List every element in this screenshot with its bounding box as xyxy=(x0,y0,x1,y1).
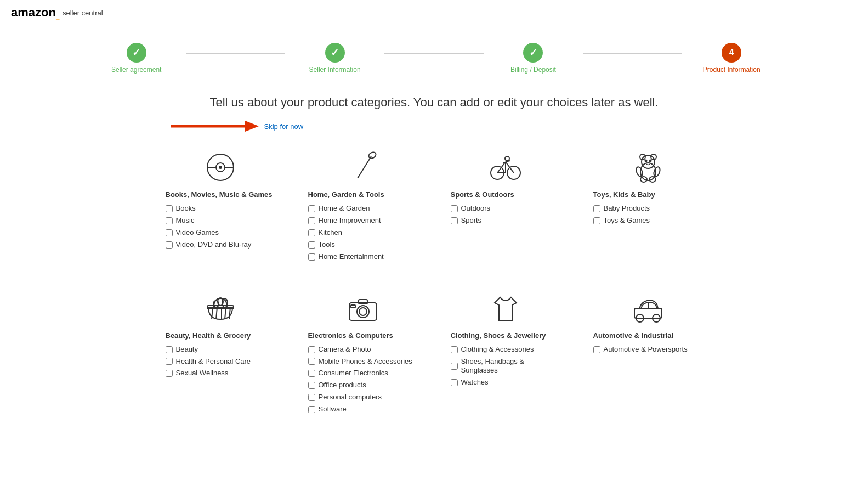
consumer-electronics-checkbox[interactable] xyxy=(308,370,315,377)
music-checkbox[interactable] xyxy=(166,217,173,224)
sexual-wellness-label[interactable]: Sexual Wellness xyxy=(176,369,229,378)
watches-checkbox[interactable] xyxy=(451,379,458,386)
category-item-books[interactable]: Books xyxy=(166,204,196,213)
home-entertainment-label[interactable]: Home Entertainment xyxy=(319,252,384,262)
mobile-label[interactable]: Mobile Phones & Accessories xyxy=(319,357,412,366)
dvd-label[interactable]: Video, DVD and Blu-ray xyxy=(176,240,252,250)
category-item-automotive[interactable]: Automotive & Powersports xyxy=(593,345,688,354)
books-label[interactable]: Books xyxy=(176,204,196,213)
camera-checkbox[interactable] xyxy=(308,346,315,353)
category-item-outdoors[interactable]: Outdoors xyxy=(451,204,490,213)
automotive-checkbox[interactable] xyxy=(593,346,600,353)
category-item-watches[interactable]: Watches xyxy=(451,378,489,387)
health-checkbox[interactable] xyxy=(166,358,173,365)
tools-label[interactable]: Tools xyxy=(319,240,335,250)
category-item-toys-games[interactable]: Toys & Games xyxy=(593,216,650,225)
step-label-3: Billing / Deposit xyxy=(510,66,556,74)
consumer-electronics-label[interactable]: Consumer Electronics xyxy=(319,369,388,378)
header: amazon▁ seller central xyxy=(0,0,868,26)
svg-point-26 xyxy=(645,160,646,162)
category-item-office[interactable]: Office products xyxy=(308,381,366,390)
category-automotive: Automotive & Industrial Automotive & Pow… xyxy=(593,292,703,417)
office-checkbox[interactable] xyxy=(308,382,315,389)
skip-for-now-link[interactable]: Skip for now xyxy=(264,122,304,131)
home-garden-label[interactable]: Home & Garden xyxy=(319,204,370,213)
connector-2 xyxy=(384,53,484,54)
amazon-logo: amazon▁ xyxy=(11,5,59,20)
category-item-music[interactable]: Music xyxy=(166,216,195,225)
home-garden-title: Home, Garden & Tools xyxy=(308,190,384,200)
category-item-beauty[interactable]: Beauty xyxy=(166,345,198,354)
health-label[interactable]: Health & Personal Care xyxy=(176,357,251,366)
personal-computers-label[interactable]: Personal computers xyxy=(319,393,382,402)
baby-checkbox[interactable] xyxy=(593,205,600,212)
outdoors-label[interactable]: Outdoors xyxy=(461,204,490,213)
category-item-personal-computers[interactable]: Personal computers xyxy=(308,393,382,402)
office-label[interactable]: Office products xyxy=(319,381,366,390)
sexual-wellness-checkbox[interactable] xyxy=(166,370,173,377)
baby-label[interactable]: Baby Products xyxy=(604,204,650,213)
svg-line-7 xyxy=(358,156,371,178)
tools-checkbox[interactable] xyxy=(308,241,315,249)
category-item-camera[interactable]: Camera & Photo xyxy=(308,345,371,354)
category-item-software[interactable]: Software xyxy=(308,405,347,414)
kitchen-checkbox[interactable] xyxy=(308,229,315,236)
videogames-checkbox[interactable] xyxy=(166,229,173,236)
outdoors-checkbox[interactable] xyxy=(451,205,458,212)
category-item-videogames[interactable]: Video Games xyxy=(166,228,219,238)
shoes-label[interactable]: Shoes, Handbags & Sunglasses xyxy=(461,357,560,376)
shoes-checkbox[interactable] xyxy=(451,363,458,370)
software-label[interactable]: Software xyxy=(319,405,347,414)
dvd-checkbox[interactable] xyxy=(166,241,173,249)
home-improvement-label[interactable]: Home Improvement xyxy=(319,216,381,225)
category-toys: Toys, Kids & Baby Baby Products Toys & G… xyxy=(593,151,703,264)
watches-label[interactable]: Watches xyxy=(461,378,489,387)
category-item-health[interactable]: Health & Personal Care xyxy=(166,357,251,366)
category-item-home-entertainment[interactable]: Home Entertainment xyxy=(308,252,384,262)
sports-checkbox[interactable] xyxy=(451,217,458,224)
category-item-shoes[interactable]: Shoes, Handbags & Sunglasses xyxy=(451,357,560,376)
home-entertainment-checkbox[interactable] xyxy=(308,253,315,261)
logo: amazon▁ seller central xyxy=(11,5,103,20)
kitchen-label[interactable]: Kitchen xyxy=(319,228,342,238)
progress-steps: ✓ Seller agreement ✓ Seller Information … xyxy=(87,43,781,74)
music-label[interactable]: Music xyxy=(176,216,195,225)
step-seller-info: ✓ Seller Information xyxy=(285,43,384,74)
books-checkbox[interactable] xyxy=(166,205,173,212)
svg-point-17 xyxy=(505,156,509,161)
personal-computers-checkbox[interactable] xyxy=(308,394,315,401)
mobile-checkbox[interactable] xyxy=(308,358,315,365)
beauty-label[interactable]: Beauty xyxy=(176,345,198,354)
category-beauty: Beauty, Health & Grocery Beauty Health &… xyxy=(166,292,275,417)
category-item-baby[interactable]: Baby Products xyxy=(593,204,650,213)
clothing-acc-checkbox[interactable] xyxy=(451,346,458,353)
category-item-sports[interactable]: Sports xyxy=(451,216,482,225)
clothing-acc-label[interactable]: Clothing & Accessories xyxy=(461,345,534,354)
toys-games-checkbox[interactable] xyxy=(593,217,600,224)
category-item-clothing-acc[interactable]: Clothing & Accessories xyxy=(451,345,534,354)
beauty-title: Beauty, Health & Grocery xyxy=(166,331,251,341)
step-circle-2: ✓ xyxy=(325,43,345,63)
camera-label[interactable]: Camera & Photo xyxy=(319,345,371,354)
category-electronics: Electronics & Computers Camera & Photo M… xyxy=(308,292,418,417)
sports-label[interactable]: Sports xyxy=(461,216,482,225)
home-improvement-checkbox[interactable] xyxy=(308,217,315,224)
videogames-label[interactable]: Video Games xyxy=(176,228,219,238)
categories-row-2: Beauty, Health & Grocery Beauty Health &… xyxy=(155,292,714,417)
category-item-consumer-electronics[interactable]: Consumer Electronics xyxy=(308,369,388,378)
category-item-home-garden[interactable]: Home & Garden xyxy=(308,204,370,213)
automotive-label[interactable]: Automotive & Powersports xyxy=(604,345,688,354)
category-item-sexual-wellness[interactable]: Sexual Wellness xyxy=(166,369,229,378)
toys-games-label[interactable]: Toys & Games xyxy=(604,216,650,225)
software-checkbox[interactable] xyxy=(308,406,315,413)
home-garden-checkbox[interactable] xyxy=(308,205,315,212)
category-item-dvd[interactable]: Video, DVD and Blu-ray xyxy=(166,240,252,250)
category-item-home-improvement[interactable]: Home Improvement xyxy=(308,216,381,225)
connector-1 xyxy=(186,53,285,54)
category-item-mobile[interactable]: Mobile Phones & Accessories xyxy=(308,357,412,366)
beauty-checkbox[interactable] xyxy=(166,346,173,353)
category-item-kitchen[interactable]: Kitchen xyxy=(308,228,342,238)
category-item-tools[interactable]: Tools xyxy=(308,240,335,250)
category-home-garden: Home, Garden & Tools Home & Garden Home … xyxy=(308,151,418,264)
category-books-movies: Books, Movies, Music & Games Books Music… xyxy=(166,151,275,264)
